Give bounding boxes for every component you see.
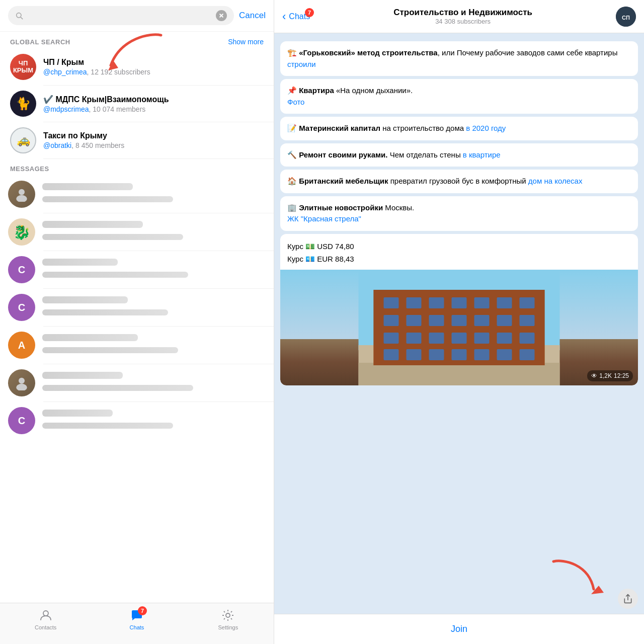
avatar: А bbox=[8, 332, 35, 359]
svg-rect-30 bbox=[384, 333, 399, 344]
blurred-preview bbox=[42, 196, 173, 202]
list-item[interactable]: С bbox=[0, 402, 274, 439]
post-text: превратил грузовой бус в комфортный bbox=[388, 177, 528, 185]
tab-contacts[interactable]: Contacts bbox=[0, 608, 91, 630]
svg-rect-19 bbox=[452, 297, 467, 308]
result-name-chp: ЧП / Крым bbox=[43, 58, 264, 67]
post-link[interactable]: в 2020 году bbox=[466, 124, 506, 132]
post-text-bold: «Горьковский» метод строительства bbox=[299, 48, 438, 57]
post-text-bold: Квартира bbox=[299, 86, 334, 95]
list-item[interactable]: С bbox=[0, 251, 274, 288]
channel-info: Строительство и Недвижимость 34 308 subs… bbox=[316, 8, 610, 25]
svg-rect-39 bbox=[429, 349, 444, 360]
result-sub-chp: @chp_crimea, 12 192 subscribers bbox=[43, 68, 264, 76]
cancel-button[interactable]: Cancel bbox=[239, 11, 266, 21]
messages-list: 🐉 С С А bbox=[0, 176, 274, 603]
channel-post-3: 📝 Материнский капитал на строительство д… bbox=[280, 117, 638, 140]
image-time: 12:25 bbox=[614, 371, 629, 380]
back-chevron-icon: ‹ bbox=[282, 10, 286, 23]
list-item[interactable] bbox=[0, 176, 274, 213]
avatar: 🐉 bbox=[8, 218, 35, 246]
post-link[interactable]: ЖК "Красная стрела" bbox=[287, 214, 361, 223]
currency-eur: Курс 💶 EUR 88,43 bbox=[287, 253, 631, 266]
avatar-chp: ЧПКРЫМ bbox=[10, 54, 36, 80]
svg-rect-20 bbox=[474, 297, 490, 308]
post-icon: 🏗️ bbox=[287, 48, 299, 57]
back-badge: 7 bbox=[305, 8, 314, 17]
post-text: «На одном дыхании». bbox=[334, 86, 413, 95]
search-result-taxi[interactable]: 🚕 Такси по Крыму @obratki, 8 450 members bbox=[0, 122, 274, 158]
share-button[interactable] bbox=[618, 589, 638, 609]
svg-rect-32 bbox=[429, 333, 444, 344]
search-bar: Крым Cancel bbox=[0, 0, 274, 32]
svg-rect-18 bbox=[429, 297, 444, 308]
post-icon: 📝 bbox=[287, 124, 299, 132]
svg-point-6 bbox=[16, 384, 27, 390]
search-icon bbox=[15, 12, 23, 20]
svg-text:СП: СП bbox=[622, 15, 630, 21]
blurred-preview bbox=[42, 347, 178, 353]
svg-rect-25 bbox=[429, 315, 444, 326]
search-result-chp[interactable]: ЧПКРЫМ ЧП / Крым @chp_crimea, 12 192 sub… bbox=[0, 49, 274, 85]
svg-rect-22 bbox=[520, 297, 535, 308]
avatar-taxi: 🚕 bbox=[10, 127, 36, 153]
svg-point-5 bbox=[19, 378, 25, 384]
post-text: , или Почему рабочие заводов сами себе к… bbox=[438, 48, 618, 57]
building-photo: 👁 1,2K 12:25 bbox=[280, 270, 638, 385]
tab-settings[interactable]: Settings bbox=[183, 608, 274, 630]
channel-avatar[interactable]: СП bbox=[616, 7, 636, 27]
message-body bbox=[42, 334, 266, 356]
join-button[interactable]: Join bbox=[451, 624, 467, 634]
list-item[interactable] bbox=[0, 364, 274, 401]
search-input-wrapper: Крым bbox=[8, 6, 234, 25]
post-link[interactable]: в квартире bbox=[463, 150, 501, 159]
svg-point-7 bbox=[43, 611, 48, 616]
post-link[interactable]: дом на колесах bbox=[528, 177, 583, 185]
chats-icon: 7 bbox=[130, 608, 144, 622]
blurred-name bbox=[42, 296, 128, 303]
blurred-name bbox=[42, 221, 143, 228]
post-icon: 📌 bbox=[287, 86, 299, 95]
list-item[interactable]: 🐉 bbox=[0, 213, 274, 251]
svg-rect-29 bbox=[520, 315, 535, 326]
svg-rect-37 bbox=[384, 349, 399, 360]
blurred-preview bbox=[42, 272, 188, 278]
back-button[interactable]: ‹ 7 Chats bbox=[282, 10, 310, 23]
blurred-preview bbox=[42, 423, 173, 429]
svg-rect-26 bbox=[452, 315, 467, 326]
clear-search-button[interactable] bbox=[216, 10, 227, 21]
blurred-preview bbox=[42, 385, 193, 391]
post-text-bold: Ремонт своими руками. bbox=[299, 150, 387, 159]
svg-rect-40 bbox=[452, 349, 467, 360]
search-result-mdps[interactable]: 🐈 ✔️ МДПС Крым|Взаимопомощь @mdpscrimea,… bbox=[0, 86, 274, 122]
post-link[interactable]: Фото bbox=[287, 98, 304, 106]
message-body bbox=[42, 221, 266, 243]
blurred-preview bbox=[42, 234, 183, 240]
result-name-mdps: ✔️ МДПС Крым|Взаимопомощь bbox=[43, 95, 264, 104]
chats-label: Chats bbox=[130, 624, 144, 630]
svg-line-1 bbox=[21, 17, 23, 19]
message-body bbox=[42, 259, 266, 281]
show-more-button[interactable]: Show more bbox=[228, 38, 264, 46]
svg-point-3 bbox=[19, 189, 25, 195]
svg-rect-35 bbox=[497, 333, 512, 344]
svg-rect-31 bbox=[407, 333, 422, 344]
post-link[interactable]: строили bbox=[287, 60, 316, 68]
channel-post-6: 🏢 Элитные новостройки Москвы.ЖК "Красная… bbox=[280, 196, 638, 231]
list-item[interactable]: С bbox=[0, 289, 274, 326]
chat-content: 🏗️ «Горьковский» метод строительства, ил… bbox=[274, 33, 644, 614]
search-input[interactable]: Крым bbox=[27, 11, 212, 21]
messages-section-header: MESSAGES bbox=[0, 159, 274, 176]
left-panel: Крым Cancel GLOBAL SEARCH Show more ЧПКР… bbox=[0, 0, 274, 644]
list-item[interactable]: А bbox=[0, 327, 274, 364]
avatar-mdps: 🐈 bbox=[10, 91, 36, 117]
svg-rect-21 bbox=[497, 297, 512, 308]
global-search-title: GLOBAL SEARCH bbox=[10, 38, 70, 46]
result-name-taxi: Такси по Крыму bbox=[43, 131, 264, 140]
tab-chats[interactable]: 7 Chats bbox=[91, 608, 182, 630]
svg-rect-38 bbox=[407, 349, 422, 360]
blurred-name bbox=[42, 183, 133, 190]
building-image: 👁 1,2K 12:25 bbox=[280, 270, 638, 385]
message-body bbox=[42, 183, 266, 205]
post-text-bold: Британский мебельщик bbox=[299, 177, 388, 185]
